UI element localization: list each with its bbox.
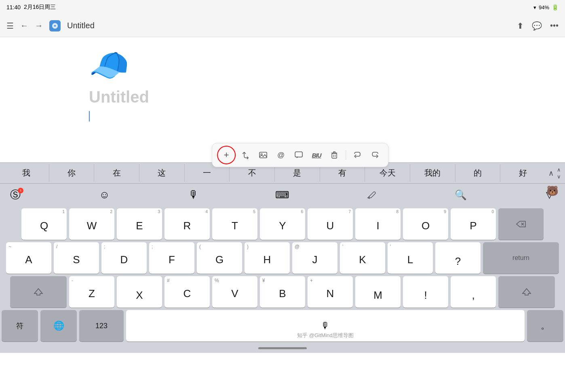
key-j[interactable]: @J <box>292 242 337 274</box>
key-c[interactable]: #C <box>164 276 210 308</box>
back-icon[interactable]: ← <box>20 21 28 30</box>
key-h[interactable]: )H <box>245 242 290 274</box>
search-toolbar-button[interactable]: 🔍 <box>452 187 470 203</box>
pred-word-11[interactable]: 的 <box>455 164 501 182</box>
page-title: Untitled <box>67 21 95 30</box>
key-space[interactable]: 🎙 知乎 @GitMind思维导图 <box>126 310 525 342</box>
key-row-2: ~A /S ;D ;F (G )H @J 'K 'L ? return <box>0 240 565 274</box>
pred-word-10[interactable]: 我的 <box>410 164 455 182</box>
page-title-text[interactable]: Untitled <box>89 88 476 106</box>
key-m[interactable]: M <box>355 276 401 308</box>
pred-word-3[interactable]: 在 <box>94 164 139 182</box>
status-bar: 11:40 2月16日周三 ▾ 94% 🔋 <box>0 0 565 15</box>
key-v[interactable]: %V <box>212 276 257 308</box>
image-button[interactable] <box>255 147 271 163</box>
key-shift-right[interactable] <box>498 276 555 308</box>
key-b[interactable]: ¥B <box>260 276 305 308</box>
key-row-3: -Z X #C %V ¥B +N M ! , <box>0 274 565 308</box>
key-a[interactable]: ~A <box>6 242 51 274</box>
key-g[interactable]: (G <box>197 242 242 274</box>
key-i[interactable]: 8I <box>355 208 401 240</box>
battery-full-icon: 🔋 <box>552 4 559 10</box>
space-mic-icon: 🎙 <box>321 321 330 331</box>
page-cover: 🧢 <box>89 49 476 82</box>
key-globe[interactable]: 🌐 <box>40 310 77 342</box>
nav-right: ⬆ 💬 ••• <box>517 21 559 31</box>
key-fu[interactable]: 符 <box>2 310 38 342</box>
keyboard-area: 1Q 2W 3E 4R 5T 6Y 7U 8I 9O 0P ~A /S ;D ;… <box>0 206 565 353</box>
pred-word-2[interactable]: 你 <box>49 164 95 182</box>
key-u[interactable]: 7U <box>308 208 353 240</box>
status-right: ▾ 94% 🔋 <box>533 4 559 10</box>
content-area: 🧢 Untitled + @ BIU <box>0 37 565 162</box>
add-block-button[interactable]: + <box>217 146 236 164</box>
sticker-button[interactable]: Ⓢ 1 <box>6 187 24 203</box>
keyboard-toolbar: Ⓢ 1 ☺ 🎙 ⌨ 🔍 ▽ 🐻 <box>0 183 565 206</box>
key-f[interactable]: ;F <box>149 242 194 274</box>
key-r[interactable]: 4R <box>164 208 210 240</box>
mention-button[interactable]: @ <box>273 147 289 163</box>
key-exclaim[interactable]: ! <box>403 276 448 308</box>
svg-rect-4 <box>332 153 337 158</box>
key-backspace[interactable] <box>498 208 544 240</box>
sticker-badge: 1 <box>18 188 23 193</box>
comment-icon[interactable]: 💬 <box>532 21 542 31</box>
pred-word-12[interactable]: 好 <box>500 164 545 182</box>
key-l[interactable]: 'L <box>388 242 433 274</box>
pred-expand-icon[interactable]: ∧ <box>545 169 557 178</box>
key-d[interactable]: ;D <box>101 242 147 274</box>
key-question[interactable]: ? <box>435 242 481 274</box>
mic-toolbar-button[interactable]: 🎙 <box>185 187 202 203</box>
draw-button[interactable] <box>363 187 380 203</box>
keyboard-toggle-button[interactable]: ⌨ <box>274 187 291 203</box>
format-button[interactable]: BIU <box>308 147 325 163</box>
key-123[interactable]: 123 <box>79 310 124 342</box>
status-left: 11:40 2月16日周三 <box>6 4 56 11</box>
key-p[interactable]: 0P <box>451 208 496 240</box>
pred-down-arrow[interactable]: ∨ <box>557 174 561 180</box>
home-bar <box>258 347 307 349</box>
key-t[interactable]: 5T <box>212 208 257 240</box>
key-z[interactable]: -Z <box>69 276 114 308</box>
redo-button[interactable] <box>367 147 383 163</box>
emoji-button[interactable]: ☺ <box>95 187 113 203</box>
menu-icon[interactable]: ☰ <box>6 21 14 31</box>
key-return[interactable]: return <box>483 242 559 274</box>
cover-emoji: 🧢 <box>89 47 129 83</box>
key-y[interactable]: 6Y <box>260 208 305 240</box>
undo-button[interactable] <box>349 147 365 163</box>
delete-button[interactable] <box>326 147 342 163</box>
pred-up-arrow[interactable]: ∧ <box>557 167 561 173</box>
key-period[interactable]: 。 <box>527 310 563 342</box>
share-icon[interactable]: ⬆ <box>517 21 524 31</box>
status-time: 11:40 <box>6 4 21 10</box>
watermark-text: 知乎 @GitMind思维导图 <box>297 332 354 339</box>
key-row-1: 1Q 2W 3E 4R 5T 6Y 7U 8I 9O 0P <box>0 206 565 240</box>
text-cursor <box>89 111 476 123</box>
app-icon <box>49 20 61 31</box>
key-shift[interactable] <box>10 276 67 308</box>
pred-word-4[interactable]: 这 <box>139 164 185 182</box>
key-n[interactable]: +N <box>308 276 353 308</box>
key-s[interactable]: /S <box>54 242 99 274</box>
transform-button[interactable] <box>237 147 253 163</box>
key-k[interactable]: 'K <box>340 242 385 274</box>
key-q[interactable]: 1Q <box>21 208 67 240</box>
inline-comment-button[interactable] <box>291 147 307 163</box>
more-icon[interactable]: ••• <box>550 21 559 30</box>
key-x[interactable]: X <box>117 276 162 308</box>
pred-word-1[interactable]: 我 <box>4 164 49 182</box>
key-comma[interactable]: , <box>451 276 496 308</box>
nav-bar: ☰ ← → Untitled ⬆ 💬 ••• <box>0 15 565 37</box>
bear-sticker: 🐻 <box>546 185 559 197</box>
battery-icon: 94% <box>539 4 549 10</box>
key-w[interactable]: 2W <box>69 208 114 240</box>
home-indicator <box>0 345 565 353</box>
key-o[interactable]: 9O <box>403 208 448 240</box>
key-e[interactable]: 3E <box>117 208 162 240</box>
nav-left: ☰ ← → Untitled <box>6 20 517 31</box>
toolbar-divider <box>346 150 346 160</box>
wifi-icon: ▾ <box>533 4 536 10</box>
forward-icon[interactable]: → <box>35 21 43 30</box>
svg-rect-3 <box>295 152 302 157</box>
